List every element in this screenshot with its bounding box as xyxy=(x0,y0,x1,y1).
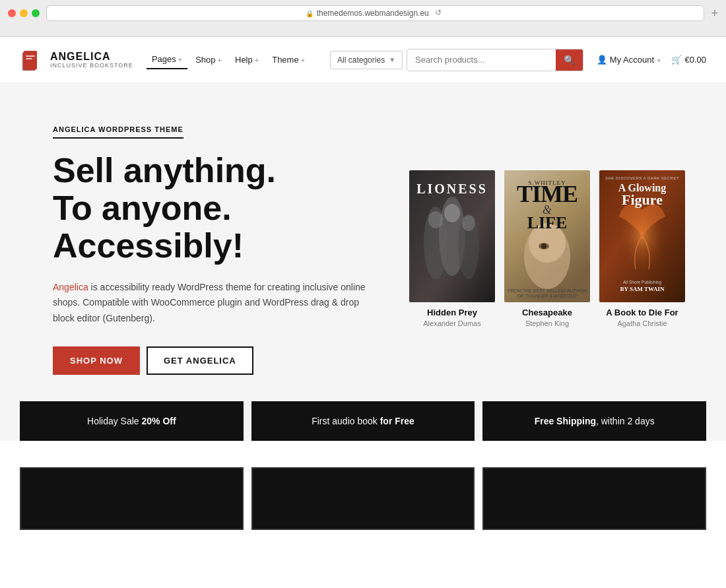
book-glow-cover: SHE DISCOVERS A DARK SECRET A Glowing Fi… xyxy=(599,170,685,302)
book-title-3: A Book to Die For xyxy=(606,308,678,317)
thumbnail-1[interactable] xyxy=(20,467,244,530)
shop-now-button[interactable]: SHOP NOW xyxy=(53,346,140,375)
close-button[interactable] xyxy=(8,9,16,17)
address-bar[interactable]: 🔒 themedemos.webmandesign.eu ↺ xyxy=(46,5,704,21)
logo-icon xyxy=(20,48,44,72)
nav-help[interactable]: Help + xyxy=(230,51,264,69)
minimize-button[interactable] xyxy=(20,9,28,17)
account-button[interactable]: 👤 My Account + xyxy=(597,55,661,65)
thumbnail-row xyxy=(0,454,726,530)
browser-chrome: 🔒 themedemos.webmandesign.eu ↺ + xyxy=(0,0,726,37)
svg-text:BY SAM TWAIN: BY SAM TWAIN xyxy=(620,286,665,292)
navbar: ANGELICA INCLUSIVE BOOKSTORE Pages + Sho… xyxy=(0,37,726,83)
promo-text-1: Holiday Sale xyxy=(87,416,142,426)
hero-line2: To anyone. xyxy=(53,189,383,227)
svg-point-8 xyxy=(444,204,460,222)
promo-bold-3: Free Shipping xyxy=(535,416,596,426)
svg-point-15 xyxy=(541,244,546,249)
promo-text-3: , within 2 days xyxy=(596,416,655,426)
thumbnail-3[interactable] xyxy=(482,467,706,530)
svg-text:SHE DISCOVERS A DARK SECRET: SHE DISCOVERS A DARK SECRET xyxy=(605,176,679,180)
cart-button[interactable]: 🛒 €0.00 xyxy=(671,55,706,65)
get-angelica-button[interactable]: GET ANGELICA xyxy=(147,346,253,375)
logo-text: ANGELICA INCLUSIVE BOOKSTORE xyxy=(50,51,133,69)
promo-bold-2: for Free xyxy=(380,416,414,426)
fullscreen-button[interactable] xyxy=(32,9,40,17)
book-lioness-cover: LIONESS xyxy=(409,170,495,302)
cart-icon: 🛒 xyxy=(671,55,682,65)
svg-point-7 xyxy=(428,211,443,228)
hero-eyebrow: ANGELICA WORDPRESS THEME xyxy=(53,125,183,139)
hero-books: LIONESS Hidden Prey Alexander Dumas xyxy=(409,170,685,327)
svg-text:OF 'THUNDER & A NEEDLE': OF 'THUNDER & A NEEDLE' xyxy=(517,294,578,298)
traffic-lights xyxy=(8,9,40,17)
hero-line1: Sell anything. xyxy=(53,152,383,189)
svg-text:FROM THE BEST SELLING AUTHOR: FROM THE BEST SELLING AUTHOR xyxy=(508,288,586,293)
book-author-2: Stephen King xyxy=(525,319,569,327)
logo-subtitle: INCLUSIVE BOOKSTORE xyxy=(50,62,133,69)
logo-area: ANGELICA INCLUSIVE BOOKSTORE xyxy=(20,48,133,72)
book-card-2: S.WHITLEY TIME & LIFE FROM THE BEST SELL… xyxy=(504,170,590,327)
account-icon: 👤 xyxy=(597,55,607,65)
nav-theme[interactable]: Theme + xyxy=(267,51,310,69)
hero-desc-text: is accessibility ready WordPress theme f… xyxy=(53,282,366,324)
promo-text-2: First audio book xyxy=(312,416,380,426)
svg-text:LIONESS: LIONESS xyxy=(416,181,488,196)
book-cover-3[interactable]: SHE DISCOVERS A DARK SECRET A Glowing Fi… xyxy=(599,170,685,302)
book-title-1: Hidden Prey xyxy=(427,308,477,317)
nav-pages[interactable]: Pages + xyxy=(147,50,187,69)
category-dropdown[interactable]: All categories ▼ xyxy=(330,51,403,69)
search-area: All categories ▼ 🔍 xyxy=(330,49,583,71)
svg-rect-2 xyxy=(24,51,37,69)
promo-item-3: Free Shipping, within 2 days xyxy=(482,401,706,441)
svg-text:LIFE: LIFE xyxy=(527,213,568,232)
nav-right: 👤 My Account + 🛒 €0.00 xyxy=(597,55,706,65)
book-time-cover: S.WHITLEY TIME & LIFE FROM THE BEST SELL… xyxy=(504,170,590,302)
book-cover-2[interactable]: S.WHITLEY TIME & LIFE FROM THE BEST SELL… xyxy=(504,170,590,302)
chevron-down-icon: ▼ xyxy=(389,56,395,63)
promo-bar: Holiday Sale 20% Off First audio book fo… xyxy=(0,401,726,441)
thumbnail-2[interactable] xyxy=(251,467,475,530)
logo-name: ANGELICA xyxy=(50,51,133,62)
hero-line3: Accessibly! xyxy=(53,227,383,265)
svg-text:Figure: Figure xyxy=(622,191,663,208)
hero-buttons: SHOP NOW GET ANGELICA xyxy=(53,346,383,375)
book-cover-1[interactable]: LIONESS xyxy=(409,170,495,302)
book-author-3: Agatha Christie xyxy=(617,319,667,327)
nav-links: Pages + Shop + Help + Theme + xyxy=(147,50,310,69)
url-text: themedemos.webmandesign.eu xyxy=(317,9,429,18)
cart-total: €0.00 xyxy=(684,55,706,65)
search-wrap: 🔍 xyxy=(407,49,583,71)
search-input[interactable] xyxy=(407,50,556,69)
hero-description: Angelica is accessibility ready WordPres… xyxy=(53,280,383,327)
search-icon: 🔍 xyxy=(564,55,575,65)
search-button[interactable]: 🔍 xyxy=(556,49,583,71)
website: ANGELICA INCLUSIVE BOOKSTORE Pages + Sho… xyxy=(0,37,726,588)
book-card-1: LIONESS Hidden Prey Alexander Dumas xyxy=(409,170,495,327)
hero-text: ANGELICA WORDPRESS THEME Sell anything. … xyxy=(53,123,383,375)
reload-icon[interactable]: ↺ xyxy=(435,8,446,18)
lock-icon: 🔒 xyxy=(306,10,314,17)
promo-item-1: Holiday Sale 20% Off xyxy=(20,401,244,441)
svg-text:All Shore Publishing: All Shore Publishing xyxy=(623,280,662,285)
book-author-1: Alexander Dumas xyxy=(423,319,480,327)
hero-section: ANGELICA WORDPRESS THEME Sell anything. … xyxy=(0,83,726,401)
nav-shop[interactable]: Shop + xyxy=(190,51,227,69)
svg-point-9 xyxy=(462,215,475,231)
book-title-2: Chesapeake xyxy=(522,308,572,317)
angelica-link[interactable]: Angelica xyxy=(53,282,88,292)
account-label: My Account xyxy=(610,55,654,65)
category-label: All categories xyxy=(337,55,385,65)
book-card-3: SHE DISCOVERS A DARK SECRET A Glowing Fi… xyxy=(599,170,685,327)
new-tab-button[interactable]: + xyxy=(711,7,718,20)
promo-item-2: First audio book for Free xyxy=(251,401,475,441)
promo-bold-1: 20% Off xyxy=(142,416,176,426)
hero-headline: Sell anything. To anyone. Accessibly! xyxy=(53,152,383,265)
